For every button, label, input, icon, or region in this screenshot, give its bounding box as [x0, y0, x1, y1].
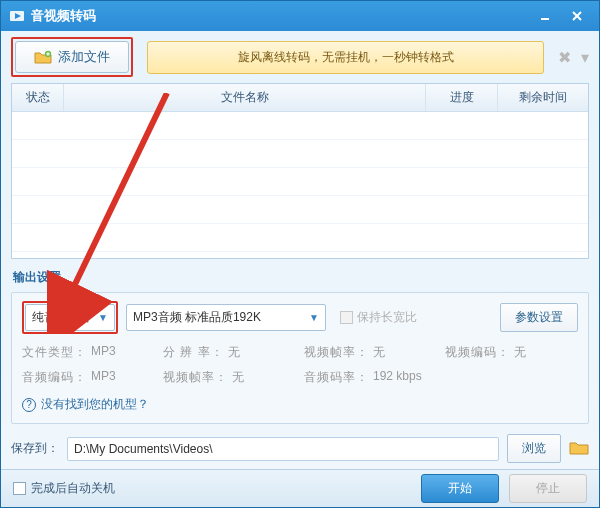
app-window: 音视频转码 添加文件 旋风离线转码，无需挂机，一秒钟转格式 ✖ ▾ [0, 0, 600, 508]
window-title: 音视频转码 [31, 7, 96, 25]
keep-aspect-label: 保持长宽比 [357, 309, 417, 326]
open-folder-icon[interactable] [569, 439, 589, 458]
type-dropdown-highlight: 纯音频文件 ▼ [22, 301, 118, 334]
shutdown-label: 完成后自动关机 [31, 480, 115, 497]
col-status: 状态 [12, 84, 64, 111]
info-grid: 文件类型：MP3 分 辨 率：无 视频帧率：无 视频编码：无 音频编码：MP3 … [22, 344, 578, 386]
info-abit: 音频码率：192 kbps [304, 369, 437, 386]
save-path-input[interactable]: D:\My Documents\Videos\ [67, 437, 499, 461]
help-link[interactable]: ? 没有找到您的机型？ [22, 396, 578, 413]
remove-icon[interactable]: ✖ [558, 48, 571, 67]
tool-icons: ✖ ▾ [558, 48, 589, 67]
table-header: 状态 文件名称 进度 剩余时间 [12, 84, 588, 112]
table-row [12, 112, 588, 140]
save-label: 保存到： [11, 440, 59, 457]
close-button[interactable] [563, 7, 591, 25]
output-type-dropdown[interactable]: 纯音频文件 ▼ [25, 304, 115, 331]
checkbox-box [340, 311, 353, 324]
output-section-title: 输出设置 [13, 269, 589, 286]
table-body [12, 112, 588, 258]
keep-aspect-checkbox: 保持长宽比 [340, 309, 417, 326]
content-area: 添加文件 旋风离线转码，无需挂机，一秒钟转格式 ✖ ▾ 状态 文件名称 进度 剩… [1, 31, 599, 469]
file-table: 状态 文件名称 进度 剩余时间 [11, 83, 589, 259]
param-settings-button[interactable]: 参数设置 [500, 303, 578, 332]
info-vfps: 视频帧率：无 [304, 344, 437, 361]
chevron-down-icon: ▼ [309, 312, 319, 323]
browse-button[interactable]: 浏览 [507, 434, 561, 463]
help-text: 没有找到您的机型？ [41, 396, 149, 413]
add-file-button[interactable]: 添加文件 [15, 41, 129, 73]
info-file-type: 文件类型：MP3 [22, 344, 155, 361]
info-acodec: 音频编码：MP3 [22, 369, 155, 386]
settings-row: 纯音频文件 ▼ MP3音频 标准品质192K ▼ 保持长宽比 参数设置 [22, 301, 578, 334]
footer-buttons: 开始 停止 [421, 474, 587, 503]
footer: 完成后自动关机 开始 停止 [1, 469, 599, 507]
info-vcodec: 视频编码：无 [445, 344, 578, 361]
col-progress: 进度 [426, 84, 498, 111]
chevron-down-icon: ▼ [98, 312, 108, 323]
checkbox-box [13, 482, 26, 495]
minimize-button[interactable] [531, 7, 559, 25]
folder-plus-icon [34, 50, 52, 64]
output-settings: 纯音频文件 ▼ MP3音频 标准品质192K ▼ 保持长宽比 参数设置 文件类型… [11, 292, 589, 424]
window-controls [531, 7, 591, 25]
add-file-highlight: 添加文件 [11, 37, 133, 77]
stop-button: 停止 [509, 474, 587, 503]
add-file-label: 添加文件 [58, 48, 110, 66]
info-afps: 视频帧率：无 [163, 369, 296, 386]
titlebar: 音视频转码 [1, 1, 599, 31]
col-name: 文件名称 [64, 84, 426, 111]
output-profile-dropdown[interactable]: MP3音频 标准品质192K ▼ [126, 304, 326, 331]
table-row [12, 196, 588, 224]
table-row [12, 140, 588, 168]
dropdown-icon[interactable]: ▾ [581, 48, 589, 67]
table-row [12, 168, 588, 196]
col-remain: 剩余时间 [498, 84, 588, 111]
toolbar: 添加文件 旋风离线转码，无需挂机，一秒钟转格式 ✖ ▾ [11, 37, 589, 77]
table-row [12, 224, 588, 252]
output-profile-value: MP3音频 标准品质192K [133, 309, 303, 326]
help-icon: ? [22, 398, 36, 412]
hint-banner: 旋风离线转码，无需挂机，一秒钟转格式 [147, 41, 544, 74]
app-icon [9, 8, 25, 24]
info-resolution: 分 辨 率：无 [163, 344, 296, 361]
shutdown-checkbox[interactable]: 完成后自动关机 [13, 480, 115, 497]
save-row: 保存到： D:\My Documents\Videos\ 浏览 [11, 434, 589, 463]
start-button[interactable]: 开始 [421, 474, 499, 503]
output-type-value: 纯音频文件 [32, 309, 92, 326]
